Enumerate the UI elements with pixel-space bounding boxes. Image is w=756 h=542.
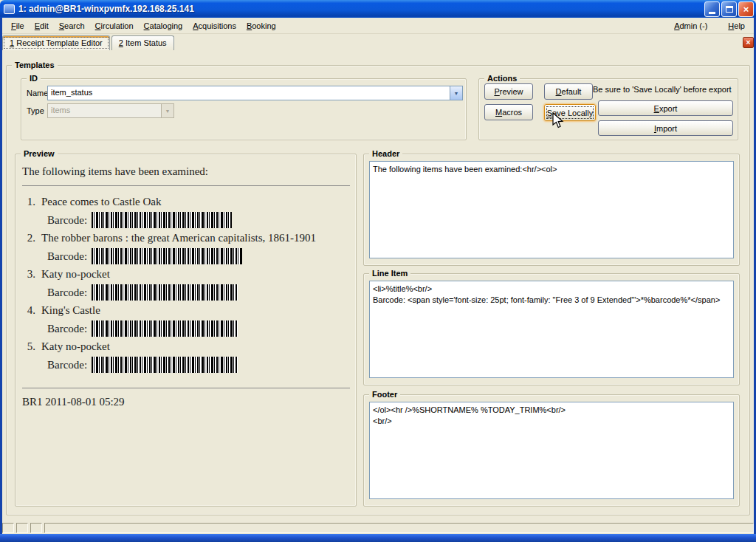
list-item: 1.Peace comes to Castle Oak Barcode: [22,195,350,228]
export-button[interactable]: Export [598,100,733,116]
menu-bar: File Edit Search Circulation Cataloging … [0,18,756,34]
list-item: 5.Katy no-pocket Barcode: [22,340,350,373]
tab-label: 1 Receipt Template Editor [10,38,103,47]
dropdown-arrow: ▼ [165,109,171,114]
templates-legend: Templates [12,61,58,69]
export-button-label: Export [654,104,678,113]
preview-footer: BR1 2011-08-01 05:29 [22,396,350,408]
import-button[interactable]: Import [598,120,733,136]
barcode-image [92,248,242,264]
footer-template-input[interactable]: </ol><hr />%SHORTNAME% %TODAY_TRIM%<br/>… [369,402,734,499]
preview-button[interactable]: Preview [484,83,533,100]
window-border-left [0,18,2,534]
barcode-label: Barcode: [47,250,87,263]
list-item: 4.King's Castle Barcode: [22,303,350,337]
save-locally-button-label: Save Locally [547,109,593,117]
barcode-image [92,357,238,373]
status-cell [2,523,14,533]
barcode-label: Barcode: [47,214,87,227]
item-title: Katy no-pocket [41,340,110,352]
item-title: Katy no-pocket [41,268,110,280]
dropdown-arrow: ▼ [454,91,459,96]
menu-edit[interactable]: Edit [30,19,54,32]
close-window-button[interactable]: × [738,1,754,17]
actions-legend: Actions [484,74,520,83]
status-cell [16,523,28,533]
item-title: King's Castle [41,304,100,316]
menu-acquisitions[interactable]: Acquisitions [188,19,241,32]
item-number: 1. [22,195,41,209]
app-icon [4,4,15,14]
save-locally-note: Be sure to 'Save Locally' before export [593,85,732,94]
barcode-label: Barcode: [47,287,87,299]
footer-legend: Footer [369,390,400,399]
window-title: 1: admin@BR1-winxpvmfx.192.168.25.141 [18,4,704,14]
item-number: 5. [22,340,41,354]
default-button[interactable]: Default [544,83,593,100]
default-button-label: Default [556,87,582,96]
type-label: Type [27,106,44,115]
status-cell [30,523,42,533]
line-item-template-input[interactable]: <li>%title%<br/> Barcode: <span style='f… [369,281,734,378]
save-locally-button[interactable]: Save Locally [544,104,596,121]
line-item-legend: Line Item [369,269,410,278]
header-template-input[interactable]: The following items have been examined:<… [369,161,734,258]
chevron-down-icon: ▼ [161,104,173,117]
barcode-image [92,284,238,301]
barcode-label: Barcode: [47,359,87,371]
tab-item-status[interactable]: 2 Item Status [111,35,174,50]
template-type-combobox: items ▼ [47,103,174,118]
divider [22,388,350,388]
template-type-value: items [48,104,161,117]
menu-circulation[interactable]: Circulation [90,19,139,32]
maximize-icon [726,6,733,13]
window-border-bottom [0,534,756,542]
chevron-down-icon[interactable]: ▼ [450,86,462,100]
menu-help[interactable]: Help [723,19,750,32]
menu-file[interactable]: File [6,19,30,32]
preview-intro: The following items have been examined: [22,165,350,178]
preview-legend: Preview [21,149,58,158]
id-legend: ID [27,74,41,83]
barcode-image [92,212,232,228]
tab-receipt-template-editor[interactable]: 1 Receipt Template Editor [2,35,110,50]
item-number: 2. [22,231,41,245]
preview-button-label: Preview [494,87,523,96]
minimize-button[interactable] [704,1,720,17]
barcode-label: Barcode: [47,323,87,335]
menu-search[interactable]: Search [54,19,90,32]
close-icon: × [746,38,750,47]
tab-label: 2 Item Status [119,38,167,47]
status-bar [0,521,756,534]
title-bar: 1: admin@BR1-winxpvmfx.192.168.25.141 × [0,0,756,18]
list-item: 2.The robber barons : the great American… [22,231,350,264]
template-name-value: item_status [48,86,450,100]
list-item: 3.Katy no-pocket Barcode: [22,267,350,301]
name-label: Name [27,89,48,97]
import-button-label: Import [654,124,677,133]
divider [22,185,350,186]
minimize-icon [709,12,715,14]
close-icon: × [743,4,749,15]
receipt-preview: The following items have been examined: … [22,165,350,408]
item-title: Peace comes to Castle Oak [41,196,161,207]
item-title: The robber barons : the great American c… [41,232,316,244]
tab-bar: 1 Receipt Template Editor 2 Item Status … [0,34,756,50]
close-tab-button[interactable]: × [743,37,754,48]
menu-cataloging[interactable]: Cataloging [139,19,188,32]
header-legend: Header [369,149,402,158]
menu-admin[interactable]: Admin (-) [669,19,712,32]
barcode-image [92,320,238,337]
macros-button[interactable]: Macros [484,104,533,120]
template-name-combobox[interactable]: item_status ▼ [47,86,463,100]
menu-booking[interactable]: Booking [241,19,281,32]
maximize-button[interactable] [721,1,737,17]
status-cell [44,523,754,533]
macros-button-label: Macros [495,108,522,117]
item-number: 4. [22,303,41,318]
item-number: 3. [22,267,41,281]
